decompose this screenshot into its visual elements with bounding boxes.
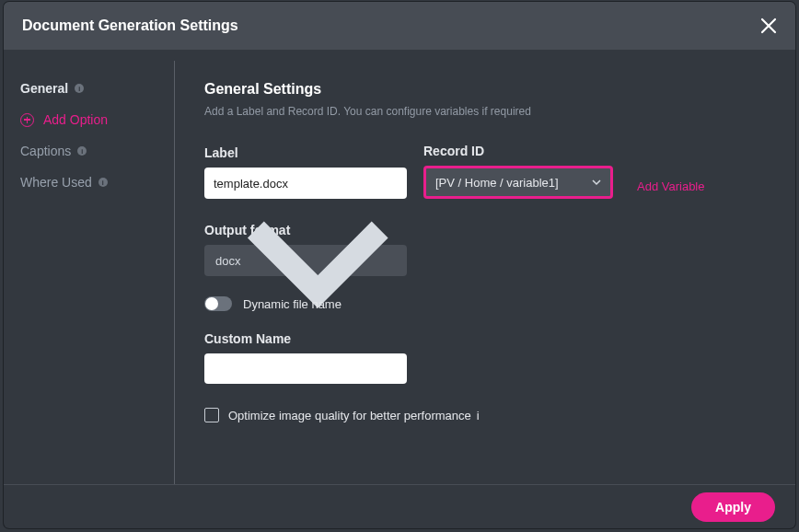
add-variable-button[interactable]: Add Variable: [630, 179, 704, 193]
info-icon: i: [98, 178, 108, 187]
info-icon: i: [75, 84, 84, 93]
modal-header: Document Generation Settings: [4, 2, 795, 50]
sidebar: General i Add Option Captions i Where Us…: [4, 61, 175, 484]
optimize-row: Optimize image quality for better perfor…: [204, 408, 777, 422]
panel-subtitle: Add a Label and Record ID. You can confi…: [204, 105, 777, 118]
add-option-label: Add Option: [43, 112, 108, 127]
record-id-value: [PV / Home / variable1]: [435, 176, 559, 190]
sidebar-item-general[interactable]: General i: [20, 81, 159, 96]
plus-circle-icon: [20, 113, 34, 127]
record-id-label: Record ID: [423, 144, 613, 158]
record-id-dropdown[interactable]: [PV / Home / variable1]: [423, 166, 613, 199]
panel-title: General Settings: [204, 81, 777, 98]
dynamic-name-row: Dynamic file name: [204, 296, 777, 311]
sidebar-item-label: General: [20, 81, 68, 96]
sidebar-item-label: Where Used: [20, 175, 92, 190]
close-button[interactable]: [760, 17, 777, 34]
close-icon: [760, 17, 777, 34]
custom-name-input[interactable]: [204, 353, 407, 384]
optimize-label-text: Optimize image quality for better perfor…: [228, 409, 471, 422]
optimize-checkbox[interactable]: [204, 408, 219, 422]
sidebar-item-label: Captions: [20, 144, 71, 158]
label-field-label: Label: [204, 145, 407, 160]
settings-panel: General Settings Add a Label and Record …: [175, 61, 795, 484]
apply-button[interactable]: Apply: [691, 492, 775, 522]
modal-title: Document Generation Settings: [22, 17, 238, 34]
toggle-knob: [205, 297, 218, 310]
custom-name-label: Custom Name: [204, 331, 777, 346]
optimize-label: Optimize image quality for better perfor…: [228, 409, 480, 422]
dynamic-name-label: Dynamic file name: [243, 297, 342, 311]
modal-body: General i Add Option Captions i Where Us…: [4, 50, 795, 484]
dynamic-name-toggle[interactable]: [204, 296, 232, 311]
info-icon: i: [477, 409, 480, 422]
output-format-value: docx: [215, 254, 240, 268]
output-format-dropdown[interactable]: docx: [204, 245, 407, 276]
add-option-button[interactable]: Add Option: [20, 112, 159, 127]
add-variable-label: Add Variable: [637, 179, 704, 193]
custom-name-group: Custom Name: [204, 331, 777, 384]
chevron-down-icon: [240, 183, 396, 339]
sidebar-item-captions[interactable]: Captions i: [20, 144, 159, 158]
output-format-group: Output format docx: [204, 223, 777, 276]
sidebar-item-where-used[interactable]: Where Used i: [20, 175, 159, 190]
chevron-down-icon: [592, 178, 601, 187]
info-icon: i: [77, 146, 87, 156]
record-id-field-group: Record ID [PV / Home / variable1]: [423, 144, 613, 199]
modal-footer: Apply: [4, 484, 795, 528]
settings-modal: Document Generation Settings General i A…: [4, 2, 795, 528]
